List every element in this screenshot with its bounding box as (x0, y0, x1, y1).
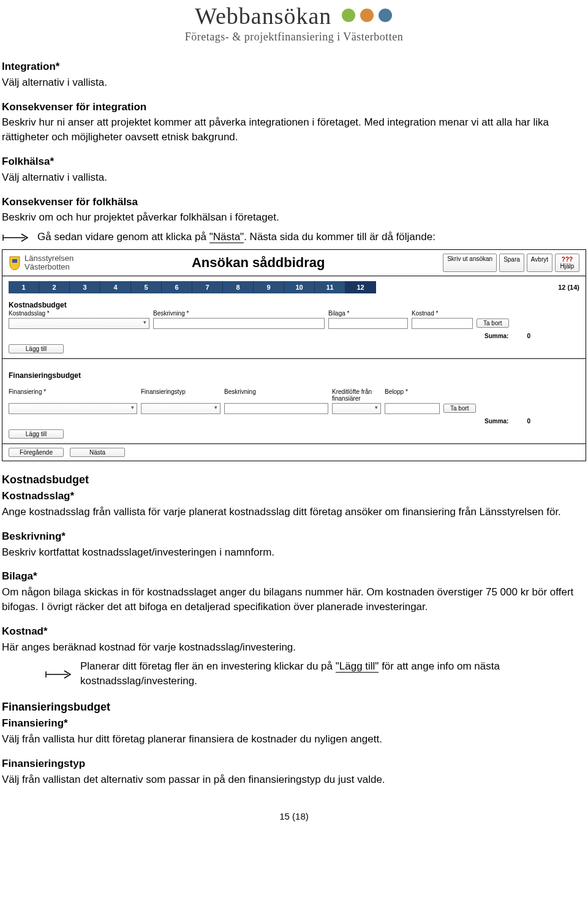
step-1[interactable]: 1 (9, 281, 39, 293)
text: Välj från vallistan det alternativ som p… (2, 772, 586, 787)
finansieringsbudget-title: Finansieringsbudget (9, 371, 579, 380)
label-finansiering: Finansiering * (9, 388, 137, 402)
print-button[interactable]: Skriv ut ansökan (443, 254, 497, 272)
fin-summa-label: Summa: (484, 418, 508, 424)
arrow-line-nasta: Gå sedan vidare genom att klicka på "Näs… (2, 230, 586, 246)
kostnadsbudget-section: Kostnadsbudget Kostnadsslag * Beskrivnin… (2, 298, 586, 359)
nav-row: Föregående Nästa (2, 444, 586, 461)
lagg-till-button[interactable]: Lägg till (9, 344, 64, 353)
app-screenshot: Länsstyrelsen Västerbotten Ansökan såddb… (2, 249, 586, 461)
step-5[interactable]: 5 (131, 281, 162, 293)
step-4[interactable]: 4 (100, 281, 131, 293)
kostnadsbudget-title: Kostnadsbudget (9, 301, 579, 309)
svg-rect-2 (12, 259, 17, 263)
step-3[interactable]: 3 (70, 281, 100, 293)
finansiering-select[interactable] (9, 403, 137, 414)
arrow-line-laggtill: Planerar ditt företag fler än en investe… (45, 659, 586, 690)
text: Välj alternativ i vallista. (2, 170, 586, 185)
app-title: Ansökan såddbidrag (74, 255, 443, 271)
text: Välj från vallista hur ditt företag plan… (2, 732, 586, 747)
kostnad-input[interactable] (412, 318, 473, 329)
save-button[interactable]: Spara (499, 254, 524, 272)
heading-finansieringsbudget: Finansieringsbudget (2, 700, 586, 715)
heading-finansiering: Finansiering* (2, 716, 586, 731)
arrow-icon (2, 232, 32, 243)
step-count: 12 (14) (558, 284, 579, 291)
label-finansieringstyp: Finansieringstyp (141, 388, 221, 402)
logo-dots (341, 9, 393, 24)
heading-finansieringstyp: Finansieringstyp (2, 757, 586, 771)
text: Ange kostnadsslag från vallista för varj… (2, 505, 586, 519)
text: Beskriv kortfattat kostnadsslaget/invest… (2, 545, 586, 560)
summa-label: Summa: (484, 333, 508, 339)
heading-kostnadsbudget: Kostnadsbudget (2, 472, 586, 488)
finansieringstyp-select[interactable] (141, 403, 221, 414)
heading-kostnad: Kostnad* (2, 624, 586, 639)
heading-integration: Integration* (2, 59, 586, 74)
dot-blue-icon (379, 9, 392, 22)
arrow-text: Planerar ditt företag fler än en investe… (80, 659, 586, 689)
label-fin-beskrivning: Beskrivning (224, 388, 328, 402)
page-number: 15 (18) (2, 811, 586, 821)
foregaende-button[interactable]: Föregående (9, 448, 64, 457)
step-8[interactable]: 8 (223, 281, 254, 293)
step-12[interactable]: 12 (345, 281, 376, 293)
agency-shield-icon (9, 255, 21, 270)
heading-konsekvenser-folkhalsa: Konsekvenser för folkhälsa (2, 195, 586, 209)
top-buttons: Skriv ut ansökan Spara Avbryt ???Hjälp (443, 254, 579, 272)
label-belopp: Belopp * (385, 388, 440, 402)
beskrivning-input[interactable] (153, 318, 325, 329)
nasta-button[interactable]: Nästa (70, 448, 125, 457)
heading-kostnadsslag: Kostnadsslag* (2, 489, 586, 504)
heading-konsekvenser-integration: Konsekvenser för integration (2, 100, 586, 115)
text: Här anges beräknad kostnad för varje kos… (2, 640, 586, 655)
bilaga-input[interactable] (328, 318, 408, 329)
heading-folkhalsa: Folkhälsa* (2, 154, 586, 169)
tabort-button[interactable]: Ta bort (477, 319, 509, 328)
belopp-input[interactable] (385, 403, 440, 414)
arrow-text: Gå sedan vidare genom att klicka på "Näs… (37, 230, 435, 244)
cancel-button[interactable]: Avbryt (527, 254, 552, 272)
logo-title: Webbansökan (195, 2, 331, 29)
step-11[interactable]: 11 (315, 281, 345, 293)
heading-bilaga: Bilaga* (2, 569, 586, 584)
label-beskrivning: Beskrivning * (153, 310, 325, 317)
step-7[interactable]: 7 (192, 281, 223, 293)
step-2[interactable]: 2 (39, 281, 70, 293)
summa-value: 0 (527, 333, 530, 339)
dot-green-icon (342, 9, 355, 22)
dot-orange-icon (360, 9, 374, 22)
fin-lagg-till-button[interactable]: Lägg till (9, 429, 64, 439)
label-bilaga: Bilaga * (328, 310, 408, 317)
text: Om någon bilaga skickas in för kostnadss… (2, 585, 586, 614)
text: Beskriv om och hur projektet påverkar fo… (2, 210, 586, 225)
kostnadsslag-select[interactable] (9, 318, 149, 329)
logo-subtitle: Företags- & projektfinansiering i Väster… (0, 31, 588, 43)
kreditlofte-select[interactable] (332, 403, 381, 414)
agency-name: Länsstyrelsen Västerbotten (24, 254, 74, 272)
step-9[interactable]: 9 (254, 281, 284, 293)
text: Välj alternativ i vallista. (2, 75, 586, 90)
app-header: Länsstyrelsen Västerbotten Ansökan såddb… (2, 250, 586, 276)
label-kreditlofte: Kreditlöfte från finansiärer (332, 388, 381, 402)
heading-beskrivning: Beskrivning* (2, 529, 586, 544)
label-kostnad: Kostnad * (412, 310, 473, 317)
step-6[interactable]: 6 (162, 281, 192, 293)
fin-tabort-button[interactable]: Ta bort (443, 404, 476, 413)
logo-header: Webbansökan Företags- & projektfinansier… (0, 0, 588, 48)
fin-beskrivning-input[interactable] (224, 403, 328, 414)
label-kostnadsslag: Kostnadsslag * (9, 310, 149, 317)
help-button[interactable]: ???Hjälp (555, 254, 579, 272)
text: Beskriv hur ni anser att projektet komme… (2, 115, 586, 145)
fin-summa-value: 0 (527, 418, 530, 424)
document-body: Integration* Välj alternativ i vallista.… (0, 48, 588, 828)
step-bar: 1 2 3 4 5 6 7 8 9 10 11 12 12 (14) (2, 276, 586, 298)
step-10[interactable]: 10 (284, 281, 315, 293)
finansieringsbudget-section: Finansieringsbudget Finansiering * Finan… (2, 359, 586, 444)
arrow-icon (45, 669, 75, 680)
